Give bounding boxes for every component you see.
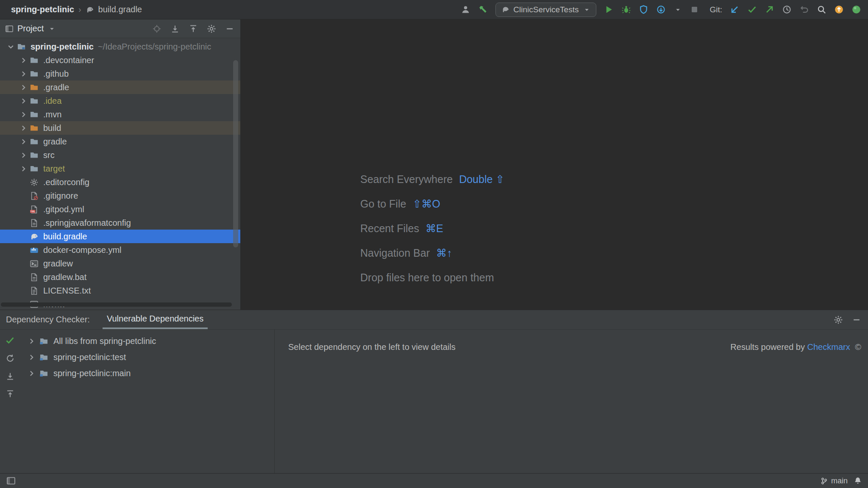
dependency-tree-item-test[interactable]: spring-petclinic:test [20,349,274,365]
shortcut-keys: ⇧⌘O [412,198,440,210]
chevron-right-icon[interactable] [18,164,29,173]
breadcrumb-project[interactable]: spring-petclinic [11,5,74,14]
dependency-panel-toolbar [0,330,20,473]
svg-text:YML: YML [31,210,35,213]
tree-item-build-gradle[interactable]: build.gradle [0,230,240,243]
project-panel-title[interactable]: Project [17,24,44,33]
chevron-right-icon[interactable] [26,337,37,346]
tree-item-src[interactable]: src [0,148,240,162]
tree-item-gitpod-yml[interactable]: YML .gitpod.yml [0,202,240,216]
ide-status-icon[interactable] [851,5,861,14]
git-commit-button[interactable] [747,5,757,14]
history-button[interactable] [782,5,792,14]
project-panel-actions [152,24,234,33]
folder-icon [29,55,39,65]
check-icon[interactable] [5,336,15,345]
tree-item-springjavaformatconfig[interactable]: .springjavaformatconfig [0,216,240,230]
tree-item-mvn[interactable]: .mvn [0,108,240,121]
tree-item-gradlew[interactable]: gradlew [0,257,240,270]
yml-file-icon: YML [29,205,39,214]
shortcut-label: Navigation Bar [360,247,430,259]
module-icon [39,369,49,378]
expand-all-button[interactable] [170,24,180,33]
editor-area[interactable]: Search EverywhereDouble ⇧ Go to File⇧⌘O … [241,19,868,310]
gear-file-icon [29,177,39,187]
breadcrumb-separator-icon: › [78,5,81,14]
rollback-button[interactable] [799,5,809,14]
tree-item-devcontainer[interactable]: .devcontainer [0,53,240,67]
locate-file-button[interactable] [152,24,161,33]
update-available-icon[interactable] [834,5,844,14]
chevron-right-icon[interactable] [18,56,29,65]
tool-window-icon [5,25,14,33]
collapse-all-button[interactable] [188,24,198,33]
expand-all-button[interactable] [5,371,15,381]
chevron-down-icon[interactable] [47,25,56,33]
tree-item-project-root[interactable]: spring-petclinic ~/IdeaProjects/spring-p… [0,40,240,53]
gradle-icon [86,6,94,14]
tree-item-target[interactable]: target [0,162,240,175]
run-configuration-select[interactable]: ClinicServiceTests [495,3,596,17]
hide-panel-button[interactable] [225,24,234,33]
docker-file-icon [29,245,39,255]
chevron-right-icon[interactable] [18,83,29,92]
profiler-button[interactable] [656,5,666,14]
hide-panel-button[interactable] [851,315,861,324]
file-icon [29,218,39,227]
checkmarx-link[interactable]: Checkmarx [807,342,850,352]
shortcut-keys: Double ⇧ [459,173,504,185]
search-button[interactable] [817,5,826,14]
tree-item-gradle-wrapper-dir[interactable]: gradle [0,135,240,148]
chevron-right-icon[interactable] [18,110,29,119]
folder-icon [29,110,39,119]
chevron-right-icon[interactable] [18,137,29,146]
editor-empty-state: Search EverywhereDouble ⇧ Go to File⇧⌘O … [360,167,504,290]
gear-icon[interactable] [833,315,843,324]
debug-button[interactable] [621,5,631,14]
file-icon [29,272,39,282]
tool-window-layout-icon[interactable] [6,476,16,486]
tab-vulnerable-dependencies[interactable]: Vulnerable Dependencies [103,310,208,329]
folder-icon [29,69,39,78]
horizontal-scrollbar[interactable] [1,302,232,307]
dependency-tree-item-all-libs[interactable]: All libs from spring-petclinic [20,333,274,349]
chevron-right-icon[interactable] [18,151,29,160]
tree-item-github[interactable]: .github [0,67,240,80]
tree-item-editorconfig[interactable]: .editorconfig [0,175,240,189]
tree-item-build-dir[interactable]: build [0,121,240,135]
chevron-right-icon[interactable] [26,353,37,362]
run-button[interactable] [604,5,614,14]
tree-item-gradle-dir[interactable]: .gradle [0,80,240,94]
gear-icon[interactable] [206,24,216,33]
tree-item-license[interactable]: LICENSE.txt [0,284,240,297]
chevron-right-icon[interactable] [26,369,37,378]
folder-icon [29,137,39,146]
tree-item-gradlew-bat[interactable]: gradlew.bat [0,270,240,284]
build-hammer-icon[interactable] [478,5,488,14]
dependency-tree-item-main[interactable]: spring-petclinic:main [20,365,274,381]
branch-icon [820,477,829,485]
chevron-down-icon[interactable] [5,42,16,51]
copyright-icon: © [855,342,861,352]
user-icon[interactable] [461,5,470,14]
tree-item-gitignore[interactable]: .gitignore [0,189,240,202]
tree-item-idea[interactable]: .idea [0,94,240,108]
chevron-right-icon[interactable] [18,124,29,133]
breadcrumb-file[interactable]: build.gradle [98,5,142,14]
refresh-icon[interactable] [5,353,15,363]
vertical-scrollbar[interactable] [233,60,238,247]
more-run-options-caret-icon[interactable] [673,6,682,14]
run-configuration-label: ClinicServiceTests [513,5,579,14]
git-update-button[interactable] [730,5,740,14]
collapse-all-button[interactable] [5,389,15,399]
gradle-icon [501,6,509,14]
bell-icon[interactable] [854,477,862,485]
chevron-right-icon[interactable] [18,69,29,78]
git-branch-widget[interactable]: main [820,477,848,485]
git-push-button[interactable] [765,5,774,14]
coverage-shield-button[interactable] [639,5,648,14]
stop-button[interactable] [690,5,699,14]
ide-window: spring-petclinic › build.gradle ClinicSe… [0,0,868,488]
chevron-right-icon[interactable] [18,97,29,105]
tree-item-docker-compose[interactable]: docker-compose.yml [0,243,240,257]
